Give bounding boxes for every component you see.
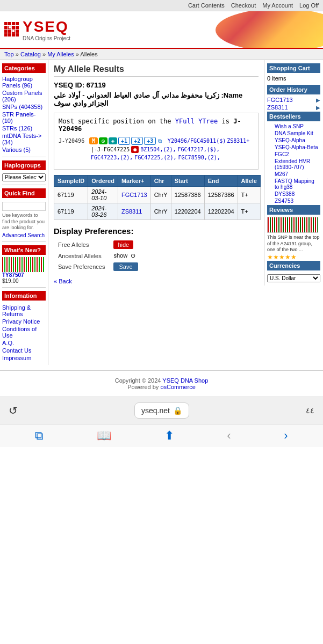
back-link[interactable]: « Back — [54, 278, 259, 284]
info-links: Shipping & Returns Privacy Notice Condit… — [2, 304, 46, 362]
table-row: 67119 2024-03-26 ZS8311 ChrY 12202204 12… — [54, 203, 261, 220]
breadcrumb-catalog[interactable]: Catalog — [20, 51, 41, 57]
bestseller-link-6[interactable]: Extended HVR (15930-707) — [275, 158, 310, 170]
lock-icon: 🔒 — [173, 406, 182, 415]
cell-ordered-1: 2024-03-10 — [88, 187, 118, 203]
marker-link-2[interactable]: ZS8311 — [121, 208, 142, 215]
advanced-search-link[interactable]: Advanced Search — [2, 232, 46, 238]
whats-new-product-name: TY87507 — [2, 272, 46, 278]
review-text: This SNP is near the top of the A24191 g… — [267, 235, 320, 253]
col-allele: Allele — [238, 175, 260, 187]
logo-name: YSEQ — [23, 18, 70, 35]
info-link-conditions[interactable]: Conditions of Use — [2, 325, 46, 339]
checkout-link[interactable]: Checkout — [231, 2, 256, 9]
snp-zs8311: ZS8311+ — [227, 137, 249, 144]
order-arrow-2: ▶ — [316, 105, 320, 111]
bookmarks-icon[interactable]: 📖 — [97, 429, 111, 443]
col-end: End — [204, 175, 238, 187]
cell-start-2: 12202204 — [171, 203, 204, 220]
bestseller-link-2[interactable]: DNA Sample Kit — [275, 130, 313, 136]
breadcrumb-my-alleles[interactable]: My Alleles — [47, 51, 74, 57]
snp-bz1504[interactable]: BZ1504,(2), — [140, 147, 176, 152]
free-alleles-label: Free Alleles — [54, 239, 109, 251]
order-link-zs8311[interactable]: ZS8311 — [267, 104, 288, 111]
reload-icon[interactable]: ↺ — [9, 404, 18, 417]
cell-marker-2: ZS8311 — [118, 203, 150, 220]
cell-ordered-2: 2024-03-26 — [88, 203, 118, 220]
order-history-row-1: FGC1713 ▶ — [267, 97, 320, 103]
bestseller-item-5: FGC2 — [275, 151, 320, 157]
bestsellers-title: Bestsellers — [267, 112, 320, 121]
sidebar-link-haplogroup-panels[interactable]: Haplogroup Panels (96) — [2, 75, 46, 89]
badge-plus2: +2 — [131, 137, 143, 145]
search-input[interactable] — [2, 202, 46, 211]
snp-zs8311-link[interactable]: ZS8311+ — [227, 138, 249, 144]
shop-link[interactable]: YSEQ DNA Shop — [162, 377, 208, 384]
save-button[interactable]: Save — [113, 262, 138, 271]
back-nav-icon[interactable]: ‹ — [227, 429, 231, 443]
hide-button[interactable]: hide — [113, 240, 133, 249]
info-link-privacy[interactable]: Privacy Notice — [2, 318, 46, 325]
bestseller-link-3[interactable]: YSEQ-Alpha — [275, 137, 305, 143]
haplo-sub-label: |-J-FGC47225 — [91, 147, 130, 152]
bestseller-item-8: FASTQ Mapping to hg38 — [275, 178, 320, 190]
sidebar-link-snps[interactable]: SNPs (404358) — [2, 103, 46, 111]
snp-fgc47223[interactable]: FGC47223,(2), — [91, 155, 133, 160]
bestseller-link-1[interactable]: Wish a SNP — [275, 123, 304, 129]
sidebar-link-strs[interactable]: STRs (126) — [2, 125, 46, 132]
snp-fgc47225[interactable]: FGC47225,(2), — [134, 155, 176, 160]
yfull-ytree-link[interactable]: YFull YTree — [175, 118, 222, 125]
breadcrumb-current: Alleles — [80, 51, 97, 57]
snp-y20496[interactable]: Y20496/FGC45011($) — [168, 138, 226, 144]
footer-copyright: Copyright © 2024 YSEQ DNA Shop — [6, 377, 317, 384]
snp-fgc78590[interactable]: FGC78590,(2), — [178, 155, 220, 160]
sidebar-link-str-panels[interactable]: STR Panels- (10) — [2, 111, 46, 125]
bestseller-link-8[interactable]: FASTQ Mapping to hg38 — [275, 178, 314, 190]
bestseller-link-4[interactable]: YSEQ-Alpha-Beta — [275, 144, 318, 150]
info-link-contact[interactable]: Contact Us — [2, 347, 46, 354]
tabs-icon[interactable]: ⧉ — [35, 429, 44, 443]
main-content: My Allele Results YSEQ ID: 67119 Name: ز… — [48, 60, 264, 289]
cell-sample-id-2: 67119 — [54, 203, 88, 220]
bestseller-link-5[interactable]: FGC2 — [275, 151, 289, 157]
left-sidebar: Categories Haplogroup Panels (96) Custom… — [0, 60, 48, 365]
display-prefs-section: Display Preferences: Free Alleles hide A… — [54, 226, 259, 284]
sidebar-link-various[interactable]: Various (5) — [2, 146, 46, 153]
currency-select[interactable]: U.S. Dollar — [267, 274, 320, 282]
snp-fgc47217[interactable]: FGC47217,($), — [178, 147, 220, 152]
order-arrow-1: ▶ — [316, 97, 320, 103]
dna-header-image — [216, 11, 323, 49]
mobile-url-bar[interactable]: yseq.net 🔒 — [134, 402, 189, 419]
haplogroups-title: Haplogroups — [2, 160, 46, 170]
bestseller-link-7[interactable]: M267 — [275, 171, 288, 177]
bestseller-link-10[interactable]: ZS4753 — [275, 198, 293, 204]
info-link-shipping[interactable]: Shipping & Returns — [2, 304, 46, 318]
pref-row-ancestral: Ancestral Alleles show ⊙ — [54, 251, 142, 261]
sidebar-link-custom-panels[interactable]: Custom Panels (206) — [2, 89, 46, 103]
sidebar-link-mtdna[interactable]: mtDNA Tests-> (34) — [2, 132, 46, 146]
bestseller-item-6: Extended HVR (15930-707) — [275, 158, 320, 170]
allele-id-row: YSEQ ID: 67119 — [54, 81, 259, 89]
forward-nav-icon[interactable]: › — [284, 429, 288, 443]
info-link-impressum[interactable]: Impressum — [2, 354, 46, 362]
cell-chr-2: ChrY — [150, 203, 171, 220]
cart-link[interactable]: Cart Contents — [188, 2, 225, 9]
results-table: SampleID Ordered Marker+ Chr Start End A… — [54, 175, 261, 220]
most-specific-box: Most specific position on the YFull YTre… — [54, 113, 259, 170]
bestseller-link-9[interactable]: DYS388 — [275, 191, 295, 197]
oscommerce-link[interactable]: osCommerce — [160, 384, 195, 390]
search-hint: Use keywords to find the product you are… — [2, 213, 46, 231]
bestseller-item-3: YSEQ-Alpha — [275, 137, 320, 143]
log-off-link[interactable]: Log Off — [299, 2, 319, 9]
breadcrumb-top[interactable]: Top — [4, 51, 14, 57]
haplogroups-select[interactable]: Please Select — [2, 173, 46, 181]
info-link-aq[interactable]: A.Q. — [2, 339, 46, 347]
marker-link-1[interactable]: FGC1713 — [121, 192, 147, 198]
my-account-link[interactable]: My Account — [262, 2, 293, 9]
free-alleles-control: hide — [109, 239, 142, 251]
quick-find-title: Quick Find — [2, 188, 46, 198]
order-link-fgc1713[interactable]: FGC1713 — [267, 97, 293, 103]
allele-name-row: Name: زكريا محفوظ مداني آل صادي العياط ا… — [54, 91, 259, 107]
share-icon[interactable]: ⬆ — [164, 429, 174, 443]
bestseller-item-7: M267 — [275, 171, 320, 177]
